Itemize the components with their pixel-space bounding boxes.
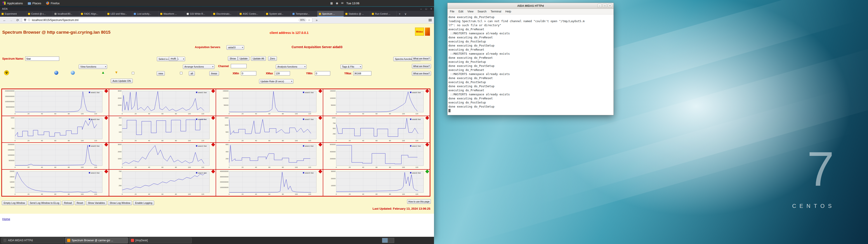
tray-network-icon[interactable]: ▦ <box>330 2 333 5</box>
terminal-menu-search[interactable]: Search <box>477 10 487 13</box>
terminal-close-icon[interactable]: × <box>608 4 612 8</box>
spectrum-panel-aida08[interactable]: 1000750500250020406080100120aida08 Stat <box>323 116 430 143</box>
spectrum-name-input[interactable] <box>25 57 59 61</box>
checkbox-new[interactable] <box>132 72 134 74</box>
up-arrow-icon[interactable]: ▲ <box>101 71 105 74</box>
browser-tab[interactable]: Spectrum ... <box>317 11 344 17</box>
minimize-icon[interactable]: – <box>421 7 422 10</box>
menu-hamburger-icon[interactable] <box>429 19 432 21</box>
workspace-2[interactable] <box>388 238 394 243</box>
what-are-these-button-3[interactable]: What are these? <box>412 71 431 76</box>
terminal-titlebar[interactable]: AIDA MIDAS HTTPd – □ × <box>447 3 614 9</box>
spectrum-panel-aida07[interactable]: 15001000500020406080100120aida07 Stat <box>216 116 323 143</box>
tray-notifications-icon[interactable]: ✉ <box>341 2 343 5</box>
spectrum-panel-aida13[interactable]: 2000015000100005000020406080100120aida13… <box>2 170 109 196</box>
show-button[interactable]: Show <box>228 56 238 61</box>
shield-icon[interactable] <box>24 19 26 22</box>
browser-tab[interactable]: LED and Wav... <box>106 11 132 17</box>
terminal-menu-terminal[interactable]: Terminal <box>491 10 501 13</box>
reload-button[interactable]: ⟳ <box>16 18 20 22</box>
taskbar-window-button[interactable]: AIDA MIDAS HTTPd <box>1 238 64 243</box>
terminal-menu-help[interactable]: Help <box>505 10 511 13</box>
linear-button[interactable]: linear <box>209 71 219 76</box>
forward-button[interactable]: → <box>9 18 13 22</box>
new-tab-button[interactable]: + <box>397 11 403 17</box>
browser-tab[interactable]: Lost activity... <box>132 11 159 17</box>
radioactive-icon[interactable]: ☢ <box>4 70 9 75</box>
ymax-input[interactable] <box>353 71 371 75</box>
list-all-tabs-icon[interactable]: ∨ <box>403 11 408 17</box>
spectrum-panel-aida04[interactable]: 15000010000050000020406080100120aida04 S… <box>323 89 430 116</box>
all-button[interactable]: all <box>189 71 195 76</box>
zoom-out-orb-icon[interactable] <box>71 71 75 75</box>
midas-logo[interactable]: Midas <box>415 28 430 36</box>
taskbar-window-button[interactable]: [AnyDesk] <box>129 238 192 243</box>
footer-button[interactable]: Send Log Window to ELog <box>28 201 61 205</box>
terminal-menu-edit[interactable]: Edit <box>458 10 463 13</box>
spectrum-panel-aida09[interactable]: 2000000150000010000005000000204060801001… <box>2 143 109 170</box>
url-text[interactable]: localhost:8015/Spectrum/Spectrum.tml <box>32 19 79 22</box>
terminal-menu-file[interactable]: File <box>450 10 454 13</box>
footer-button[interactable]: Reload <box>62 201 74 205</box>
panel-clock[interactable]: Tue 13:06 <box>346 2 360 5</box>
footer-button[interactable]: Show Variables <box>86 201 107 205</box>
update-rate-dropdown[interactable]: Update Rate (8 secs) <box>259 79 293 84</box>
zoom-indicator[interactable]: 80% <box>299 19 306 22</box>
back-button[interactable]: ← <box>2 18 7 22</box>
browser-tab[interactable]: Control @ c... <box>26 11 53 17</box>
home-link[interactable]: Home <box>2 217 10 221</box>
what-are-these-button-1[interactable]: What are these? <box>412 56 431 61</box>
terminal-minimize-icon[interactable]: – <box>597 4 602 8</box>
ymin-input[interactable] <box>315 71 330 75</box>
spectrum-panel-aida03[interactable]: 15000010000050000020406080100120aida03 S… <box>216 89 323 116</box>
what-are-these-button-2[interactable]: What are these? <box>412 64 431 68</box>
taskbar-window-button[interactable]: Spectrum Browser @ carme-gsi ... <box>65 238 128 243</box>
auto-update-button[interactable]: Auto Update ON <box>111 79 133 83</box>
footer-button[interactable]: Empty Log Window <box>2 201 27 205</box>
zoom-in-orb-icon[interactable] <box>54 71 58 75</box>
spectrum-panel-aida06[interactable]: 300200100020406080100120aida06 Stat <box>109 116 216 143</box>
applications-menu[interactable]: Applications <box>0 0 25 6</box>
browser-tab[interactable]: Temperatur... <box>291 11 317 17</box>
footer-button[interactable]: Enable Logging <box>133 201 154 205</box>
acquisition-server-select[interactable]: aida03 <box>226 45 244 50</box>
analysis-functions-dropdown[interactable]: Analysis functions <box>276 64 307 69</box>
update-button[interactable]: Update <box>238 56 249 61</box>
browser-tab[interactable]: localhost:80... <box>53 11 79 17</box>
overflow-chevron-icon[interactable]: » <box>314 18 319 22</box>
xmin-input[interactable] <box>241 71 256 75</box>
how-to-use-button[interactable]: How to use this page <box>407 199 431 204</box>
spectrum-panel-aida01[interactable]: 2000000000150000000010000000005000000000… <box>2 89 109 116</box>
update-all-button[interactable]: Update All <box>251 56 266 61</box>
browser-tab[interactable]: Statistics @ ... <box>344 11 370 17</box>
browser-tab[interactable]: FADC Align... <box>79 11 106 17</box>
browser-tab[interactable]: Waveform ... <box>159 11 185 17</box>
terminal-maximize-icon[interactable]: □ <box>602 4 607 8</box>
spectrum-panel-aida12[interactable]: 600000400000200000020406080100120aida12 … <box>323 143 430 170</box>
spectrum-panel-aida15[interactable]: 4000000003000000002000000001000000000204… <box>216 170 323 196</box>
spectrum-panel-aida14[interactable]: 750500250020406080100120aida14 Stat <box>109 170 216 196</box>
channel-input[interactable] <box>231 64 247 68</box>
terminal-menu-view[interactable]: View <box>467 10 473 13</box>
footer-button[interactable]: Show Log Window <box>108 201 132 205</box>
url-bar[interactable]: ⓘ localhost:8015/Spectrum/Spectrum.tml 8… <box>22 18 312 23</box>
zero-button[interactable]: Zero <box>268 56 277 61</box>
spectrum-panel-aida16[interactable]: 300002000010000020406080100120aida16 Sta… <box>323 170 430 196</box>
tray-volume-icon[interactable]: ◉ <box>336 2 338 5</box>
firefox-menu[interactable]: Firefox <box>43 0 62 6</box>
checkbox-all[interactable] <box>180 72 182 74</box>
places-menu[interactable]: Places <box>25 0 43 6</box>
maximize-icon[interactable]: □ <box>426 7 427 10</box>
spectrum-panel-aida02[interactable]: 300020001000020406080100120aida02 Stat <box>109 89 216 116</box>
firefox-titlebar[interactable]: AIDA – □ × <box>0 7 434 11</box>
spectrum-panel-aida10[interactable]: 300020001000020406080100120aida10 Stat <box>109 143 216 170</box>
workspace-1[interactable] <box>382 238 388 243</box>
browser-tab[interactable]: Discriminato... <box>212 11 238 17</box>
spectrum-panel-aida11[interactable]: 600400200020406080100120aida11 Stat <box>216 143 323 170</box>
browser-tab[interactable]: GSI White R... <box>185 11 212 17</box>
bookmark-star-icon[interactable]: ☆ <box>308 19 310 22</box>
tags-fits-dropdown[interactable]: Tags & Fits <box>340 64 362 69</box>
new-button[interactable]: new <box>157 71 165 76</box>
down-arrow-icon[interactable]: ▼ <box>115 71 118 74</box>
browser-tab[interactable]: System wid... <box>265 11 291 17</box>
